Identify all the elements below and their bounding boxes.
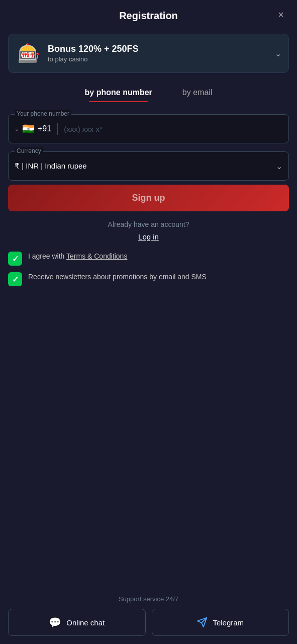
registration-tabs: by phone number by email <box>8 83 289 102</box>
telegram-icon <box>196 617 208 628</box>
online-chat-label: Online chat <box>66 618 105 627</box>
terms-conditions-link[interactable]: Terms & Conditions <box>66 252 127 260</box>
online-chat-button[interactable]: 💬 Online chat <box>8 609 146 636</box>
phone-label: Your phone number <box>15 110 71 117</box>
modal-header: Registration × <box>0 0 297 30</box>
currency-chevron-icon: ⌄ <box>276 162 282 171</box>
newsletter-label: Receive newsletters about promotions by … <box>28 272 207 282</box>
bonus-icon: 🎰 <box>16 40 42 66</box>
phone-input-group: Your phone number ⌄ 🇮🇳 +91 <box>8 114 289 143</box>
bonus-title: Bonus 120% + 250FS <box>48 44 271 54</box>
bonus-banner[interactable]: 🎰 Bonus 120% + 250FS to play casino ⌄ <box>8 34 289 73</box>
agreements-section: ✓ I agree with Terms & Conditions ✓ Rece… <box>0 251 297 286</box>
registration-form: Your phone number ⌄ 🇮🇳 +91 Currency ₹ | … <box>0 114 297 181</box>
login-section: Already have an account? Log in <box>0 220 297 241</box>
support-section: Support service 24/7 💬 Online chat Teleg… <box>0 587 297 644</box>
terms-checkbox[interactable]: ✓ <box>8 252 22 266</box>
phone-field[interactable] <box>64 125 282 133</box>
page-title: Registration <box>119 10 178 22</box>
country-code: +91 <box>38 124 51 133</box>
country-flag-icon: 🇮🇳 <box>22 123 35 135</box>
chat-icon: 💬 <box>49 616 61 628</box>
checkmark-icon: ✓ <box>12 254 19 264</box>
phone-row: ⌄ 🇮🇳 +91 <box>9 115 288 143</box>
terms-checkbox-row: ✓ I agree with Terms & Conditions <box>8 251 289 266</box>
bonus-subtitle: to play casino <box>48 55 271 63</box>
support-buttons: 💬 Online chat Telegram <box>8 609 289 636</box>
newsletter-checkbox-row: ✓ Receive newsletters about promotions b… <box>8 272 289 286</box>
country-chevron-icon: ⌄ <box>15 126 19 132</box>
newsletter-checkbox[interactable]: ✓ <box>8 272 22 286</box>
country-selector[interactable]: ⌄ 🇮🇳 +91 <box>15 123 58 135</box>
currency-selector[interactable]: ₹ | INR | Indian rupee ⌄ <box>9 152 288 180</box>
tab-email[interactable]: by email <box>167 83 228 102</box>
terms-prefix: I agree with <box>28 252 66 260</box>
telegram-label: Telegram <box>213 618 244 627</box>
currency-input-group: Currency ₹ | INR | Indian rupee ⌄ <box>8 151 289 181</box>
bonus-text: Bonus 120% + 250FS to play casino <box>48 44 271 63</box>
checkmark-icon-2: ✓ <box>12 275 19 284</box>
terms-label: I agree with Terms & Conditions <box>28 251 127 262</box>
signup-button[interactable]: Sign up <box>8 185 289 211</box>
telegram-button[interactable]: Telegram <box>152 609 289 636</box>
bonus-chevron-icon: ⌄ <box>275 49 281 58</box>
currency-label: Currency <box>15 147 43 154</box>
support-label: Support service 24/7 <box>119 595 178 603</box>
currency-value: ₹ | INR | Indian rupee <box>15 162 276 171</box>
tab-phone[interactable]: by phone number <box>70 83 167 102</box>
login-prompt: Already have an account? <box>108 220 189 228</box>
login-link[interactable]: Log in <box>138 232 159 241</box>
close-button[interactable]: × <box>273 7 289 23</box>
